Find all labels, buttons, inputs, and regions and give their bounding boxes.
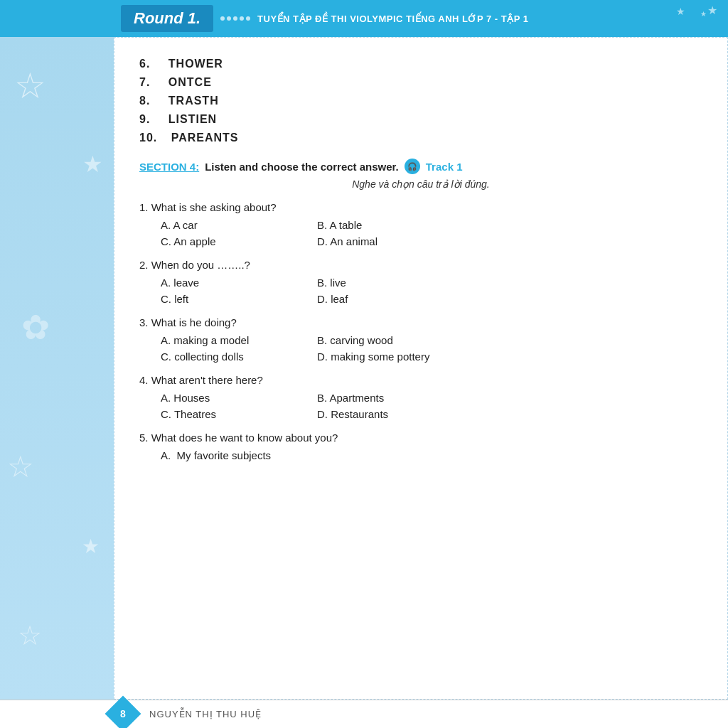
page-number: 8 [120,708,126,719]
q2-optC: C. left [161,293,317,305]
q5-optA: A. My favorite subjects [161,449,317,461]
star-left-1: ☆ [14,65,46,107]
star-left-4: ★ [82,535,100,558]
q4-optC: C. Theatres [161,408,317,420]
question-5: 5. What does he want to know about you? … [139,432,702,461]
item-8-word: TRASTH [168,95,219,107]
item-10-num: 10. [139,132,157,144]
q4-options: A. Houses B. Apartments C. Theatres D. R… [161,392,702,420]
list-item-6: 6. THOWER [139,58,702,70]
q2-options: A. leave B. live C. left D. leaf [161,277,702,305]
q3-optC: C. collecting dolls [161,350,317,363]
section4-title: SECTION 4: [139,161,199,173]
item-9-num: 9. [139,113,150,125]
question-4-text: 4. What aren't there here? [139,374,702,386]
q1-options: A. A car B. A table C. An apple D. An an… [161,219,702,247]
q4-optD: D. Restaurants [317,408,473,420]
q4-num: 4. [139,374,151,386]
q4-optA: A. Houses [161,392,317,404]
q1-optD: D. An animal [317,235,473,247]
headphones-icon: 🎧 [405,159,420,174]
list-item-9: 9. LISTIEN [139,113,702,126]
q3-optB: B. carving wood [317,334,473,346]
header-dots [220,16,250,21]
q1-optA: A. A car [161,219,317,231]
item-9-word: LISTIEN [168,113,217,125]
item-6-num: 6. [139,58,150,70]
main-content: 6. THOWER 7. ONTCE 8. TRASTH 9. LISTIEN … [114,37,728,700]
question-1: 1. What is she asking about? A. A car B.… [139,201,702,247]
list-item-8: 8. TRASTH [139,95,702,107]
q1-optC: C. An apple [161,235,317,247]
item-8-num: 8. [139,95,150,107]
item-10-word: PAREANTS [171,132,239,144]
item-7-num: 7. [139,76,150,88]
q3-optD: D. making some pottery [317,350,473,363]
page-diamond: 8 [105,696,141,728]
question-1-text: 1. What is she asking about? [139,201,702,213]
q1-num: 1. [139,201,151,213]
item-7-word: ONTCE [168,76,212,88]
q3-optA: A. making a model [161,334,317,346]
header-bar: Round 1. TUYỂN TẬP ĐỀ THI VIOLYMPIC TIẾN… [0,0,728,37]
section4-header: SECTION 4: Listen and choose the correct… [139,159,702,174]
track-label: Track 1 [426,161,463,173]
q2-content: When do you ……..? [151,259,250,271]
q3-options: A. making a model B. carving wood C. col… [161,334,702,363]
q4-optB: B. Apartments [317,392,473,404]
q5-content: What does he want to know about you? [151,432,338,444]
q5-num: 5. [139,432,151,444]
q5-options: A. My favorite subjects [161,449,702,461]
left-decoration: ☆ ★ ✿ ☆ ★ ☆ [0,37,114,700]
item-6-word: THOWER [168,58,223,70]
star-deco-1: ★ [676,6,685,17]
question-4: 4. What aren't there here? A. Houses B. … [139,374,702,420]
question-3-text: 3. What is he doing? [139,316,702,328]
snowflake-left: ✿ [21,307,50,347]
footer-bar: 8 NGUYỄN THỊ THU HUỆ [0,700,728,728]
star-deco-3: ★ [707,4,717,17]
numbered-list: 6. THOWER 7. ONTCE 8. TRASTH 9. LISTIEN … [139,58,702,144]
round-badge: Round 1. [121,5,213,32]
star-left-3: ☆ [7,449,34,484]
header-subtitle: TUYỂN TẬP ĐỀ THI VIOLYMPIC TIẾNG ANH LỚP… [257,14,528,24]
q4-content: What aren't there here? [151,374,263,386]
star-deco-2: ★ [700,10,707,18]
q2-optA: A. leave [161,277,317,289]
q1-optB: B. A table [317,219,473,231]
footer-author: NGUYỄN THỊ THU HUỆ [149,709,262,719]
list-item-10: 10. PAREANTS [139,132,702,144]
question-2: 2. When do you ……..? A. leave B. live C.… [139,259,702,305]
star-left-5: ☆ [18,620,42,651]
q2-num: 2. [139,259,151,271]
subtitle-vietnamese: Nghe và chọn câu trả lời đúng. [139,178,702,190]
q3-content: What is he doing? [151,316,237,328]
questions-container: 1. What is she asking about? A. A car B.… [139,201,702,461]
q1-content: What is she asking about? [151,201,277,213]
question-2-text: 2. When do you ……..? [139,259,702,271]
page-wrapper: Round 1. TUYỂN TẬP ĐỀ THI VIOLYMPIC TIẾN… [0,0,728,728]
q2-optB: B. live [317,277,473,289]
star-left-2: ★ [82,151,103,178]
section4-desc: Listen and choose the correct answer. [205,161,399,173]
q3-num: 3. [139,316,151,328]
question-5-text: 5. What does he want to know about you? [139,432,702,444]
list-item-7: 7. ONTCE [139,76,702,89]
q2-optD: D. leaf [317,293,473,305]
question-3: 3. What is he doing? A. making a model B… [139,316,702,363]
